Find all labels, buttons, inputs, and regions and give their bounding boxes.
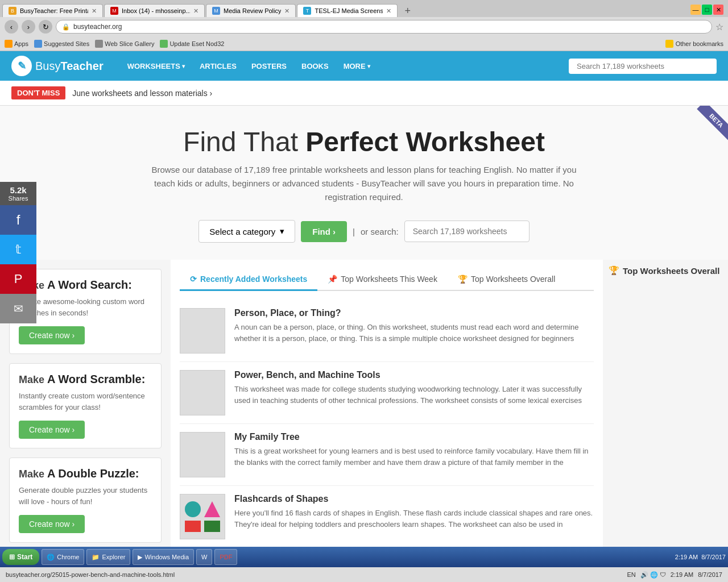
start-label: Start <box>17 553 32 561</box>
status-url: busyteacher.org/25015-power-bench-and-ma… <box>6 571 621 578</box>
double-puzzle-create-button[interactable]: Create now › <box>19 515 85 533</box>
shares-label: Shares <box>2 195 34 202</box>
taskbar-explorer[interactable]: 📁 Explorer <box>86 549 130 565</box>
tab-recently-added[interactable]: ⟳ Recently Added Worksheets <box>180 269 317 291</box>
pinterest-share-button[interactable]: P <box>0 264 36 294</box>
word-scramble-make-label: Make <box>19 374 44 385</box>
tab-close-1[interactable]: ✕ <box>92 7 97 15</box>
week-tab-icon: 📌 <box>328 275 337 284</box>
facebook-share-button[interactable]: f <box>0 205 36 235</box>
forward-button[interactable]: › <box>22 20 35 34</box>
right-sidebar-title-text: Top Worksheets Overall <box>623 266 719 276</box>
worksheet-tabs: ⟳ Recently Added Worksheets 📌 Top Worksh… <box>180 269 594 291</box>
bookmark-apps[interactable]: Apps <box>5 40 28 48</box>
main-nav: WORKSHEETS ▾ ARTICLES POSTERS BOOKS MORE… <box>121 59 377 74</box>
taskbar-word[interactable]: W <box>196 549 212 565</box>
new-tab-button[interactable]: + <box>401 5 414 17</box>
minimize-button[interactable]: — <box>690 5 701 15</box>
tab-close-4[interactable]: ✕ <box>386 7 391 15</box>
browser-tab-4[interactable]: T TESL-EJ Media Screensh... ✕ <box>297 4 398 17</box>
tab-recently-added-label: Recently Added Worksheets <box>200 275 307 284</box>
taskbar-system-tray: 2:19 AM 8/7/2017 <box>675 554 726 560</box>
worksheet-info-0: Person, Place, or Thing? A noun can be a… <box>234 308 594 354</box>
more-dropdown-arrow: ▾ <box>367 63 370 69</box>
worksheet-title-1[interactable]: Power, Bench, and Machine Tools <box>234 370 594 380</box>
tab-close-2[interactable]: ✕ <box>193 7 198 15</box>
header-search-input[interactable] <box>569 59 717 74</box>
bookmark-eset-label: Update Eset Nod32 <box>169 40 224 47</box>
bookmark-webslice-label: Web Slice Gallery <box>105 40 154 47</box>
logo-icon: ✎ <box>11 56 32 76</box>
tab-title-3: Media Review Policy <box>224 7 281 14</box>
share-count: 5.2k <box>2 185 34 195</box>
header-search[interactable] <box>569 59 717 74</box>
address-text: busyteacher.org <box>73 23 122 31</box>
nav-more-label: MORE <box>344 62 366 70</box>
word-search-description: Create awesome-looking custom word searc… <box>19 296 152 318</box>
nav-books[interactable]: BOOKS <box>295 59 336 74</box>
browser-tab-2[interactable]: M Inbox (14) - mhosseinp... ✕ <box>104 4 205 17</box>
bookmark-webslice[interactable]: Web Slice Gallery <box>95 40 154 48</box>
tab-top-overall[interactable]: 🏆 Top Worksheets Overall <box>448 269 565 291</box>
worksheet-title-0[interactable]: Person, Place, or Thing? <box>234 308 594 318</box>
category-select[interactable]: Select a category ▾ <box>198 220 295 243</box>
address-bar[interactable]: 🔒 busyteacher.org <box>56 20 712 34</box>
nav-more[interactable]: MORE ▾ <box>337 59 377 74</box>
social-sidebar: 5.2k Shares f 𝕥 P ✉ <box>0 182 36 323</box>
back-button[interactable]: ‹ <box>5 20 18 34</box>
green-rect-shape <box>204 521 220 532</box>
trophy-icon: 🏆 <box>609 265 619 276</box>
reload-button[interactable]: ↻ <box>39 20 52 34</box>
worksheet-info-1: Power, Bench, and Machine Tools This wor… <box>234 370 594 415</box>
worksheet-desc-3: Here you'll find 16 flash cards of shape… <box>234 508 594 530</box>
close-button[interactable]: ✕ <box>713 5 723 15</box>
recent-tab-icon: ⟳ <box>190 275 197 284</box>
browser-chrome: B BusyTeacher: Free Printa... ✕ M Inbox … <box>0 0 728 51</box>
maximize-button[interactable]: □ <box>702 5 712 15</box>
pink-triangle-shape <box>204 501 220 517</box>
twitter-share-button[interactable]: 𝕥 <box>0 235 36 264</box>
other-bookmarks[interactable]: Other bookmarks <box>665 40 723 48</box>
double-puzzle-description: Generate double puzzles your students wi… <box>19 485 152 507</box>
tab-top-week[interactable]: 📌 Top Worksheets This Week <box>317 269 448 291</box>
word-scramble-create-button[interactable]: Create now › <box>19 421 85 439</box>
dont-miss-text[interactable]: June worksheets and lesson materials › <box>72 89 212 98</box>
nav-worksheets[interactable]: WORKSHEETS ▾ <box>121 59 192 74</box>
tab-close-3[interactable]: ✕ <box>284 7 289 15</box>
browser-tab-3[interactable]: M Media Review Policy ✕ <box>206 4 296 17</box>
taskbar-media[interactable]: ▶ Windows Media <box>133 549 194 565</box>
browser-tab-1[interactable]: B BusyTeacher: Free Printa... ✕ <box>2 4 103 17</box>
beta-badge: BETA <box>697 106 728 140</box>
hero-search-input[interactable] <box>404 221 530 242</box>
worksheet-title-3[interactable]: Flashcards of Shapes <box>234 494 594 504</box>
nav-articles[interactable]: ARTICLES <box>193 59 243 74</box>
site-logo[interactable]: ✎ BusyTeacher <box>11 56 104 76</box>
shapes-thumb-3 <box>180 497 225 537</box>
chrome-label: Chrome <box>57 554 79 560</box>
find-button[interactable]: Find › <box>301 221 347 242</box>
bookmark-star[interactable]: ☆ <box>715 22 723 32</box>
taskbar-pdf[interactable]: PDF <box>214 549 237 565</box>
hero-title-bold: Perfect Worksheet <box>305 127 545 157</box>
media-label: Windows Media <box>144 554 189 560</box>
eset-icon <box>160 40 168 48</box>
right-sidebar-title: 🏆 Top Worksheets Overall <box>609 265 722 276</box>
hero-search-row: Select a category ▾ Find › | or search: <box>11 220 717 243</box>
worksheet-thumb-0 <box>180 308 225 354</box>
status-right: EN 🔊 🌐 🛡 2:19 AM 8/7/2017 <box>627 571 722 579</box>
double-puzzle-make-label: Make <box>19 468 44 480</box>
nav-worksheets-label: WORKSHEETS <box>127 62 180 70</box>
taskbar-chrome[interactable]: 🌐 Chrome <box>42 549 84 565</box>
bookmark-suggested[interactable]: Suggested Sites <box>34 40 89 48</box>
word-search-create-button[interactable]: Create now › <box>19 326 85 344</box>
explorer-icon: 📁 <box>92 554 100 561</box>
bookmark-eset[interactable]: Update Eset Nod32 <box>160 40 224 48</box>
system-tray-icons: 🔊 🌐 🛡 <box>640 571 666 579</box>
nav-posters[interactable]: POSTERS <box>245 59 293 74</box>
start-button[interactable]: ⊞ Start <box>2 549 39 565</box>
word-scramble-heading: Make A Word Scramble: <box>19 373 152 386</box>
worksheet-title-2[interactable]: My Family Tree <box>234 432 594 442</box>
worksheet-0: Person, Place, or Thing? A noun can be a… <box>180 300 594 362</box>
email-share-button[interactable]: ✉ <box>0 294 36 323</box>
clock-date: 8/7/2017 <box>701 554 726 560</box>
